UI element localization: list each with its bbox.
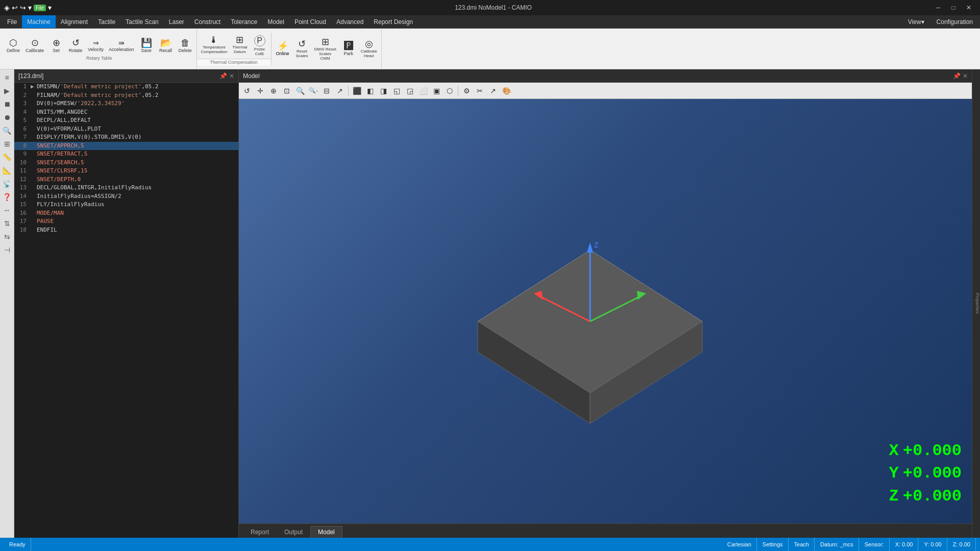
reset-scales-button[interactable]: ↺ ResetScales: [293, 38, 311, 60]
sidebar-stop-icon[interactable]: ⏹: [1, 98, 13, 110]
online-button[interactable]: ⚡ Online: [274, 40, 292, 58]
rotate-button[interactable]: ↺ Rotate: [66, 37, 85, 55]
define-button[interactable]: ⬡ Define: [4, 37, 22, 55]
x-coordinate-row: X +0.000: [889, 440, 962, 463]
rotate-view-button[interactable]: ↗: [334, 85, 346, 97]
view-back-button[interactable]: ◨: [377, 85, 389, 97]
sidebar-expand-icon[interactable]: ↔: [1, 204, 13, 216]
menu-tactile-scan[interactable]: Tactile Scan: [120, 15, 164, 28]
sidebar-run-icon[interactable]: ▶: [1, 85, 13, 97]
tab-report[interactable]: Report: [243, 526, 277, 538]
menu-model[interactable]: Model: [262, 15, 289, 28]
temperature-compensation-button[interactable]: 🌡 TemperatureCompensation: [199, 34, 230, 58]
close-button[interactable]: ✕: [962, 2, 976, 13]
thermal-group-label: Thermal Compensation: [197, 59, 271, 65]
tab-output[interactable]: Output: [277, 526, 310, 538]
set-button[interactable]: ⊕ Set: [47, 37, 65, 55]
calibrate-button[interactable]: ⊙ Calibrate: [23, 37, 46, 55]
view-bottom-button[interactable]: ▣: [430, 85, 443, 97]
park-label: Park: [344, 51, 353, 56]
calibrate-head-button[interactable]: ◎ CalibrateHead: [359, 38, 379, 60]
sidebar-measure-icon[interactable]: 📏: [1, 151, 13, 163]
dropdown-icon[interactable]: ▾: [28, 4, 32, 12]
delete-button[interactable]: 🗑 Delete: [176, 37, 194, 55]
view-top-button[interactable]: ⬜: [417, 85, 429, 97]
save-button[interactable]: 💾 Save: [137, 37, 156, 55]
menu-report-design[interactable]: Report Design: [369, 15, 418, 28]
temperature-label: TemperatureCompensation: [201, 45, 228, 54]
view-right-button[interactable]: ◲: [404, 85, 416, 97]
menu-point-cloud[interactable]: Point Cloud: [289, 15, 331, 28]
status-teach[interactable]: Teach: [789, 538, 815, 551]
sidebar-record-icon[interactable]: ⏺: [1, 111, 13, 123]
color-map-button[interactable]: 🎨: [500, 85, 512, 97]
menu-tolerance[interactable]: Tolerance: [226, 15, 262, 28]
pin-icon[interactable]: 📌: [219, 72, 227, 80]
tab-model[interactable]: Model: [310, 526, 342, 538]
sidebar-search-icon[interactable]: 🔍: [1, 124, 13, 137]
probe-tool-button[interactable]: ↗: [487, 85, 499, 97]
model-pin-icon[interactable]: 📌: [953, 72, 961, 80]
menu-view[interactable]: View▾: [903, 17, 929, 27]
recall-button[interactable]: 📂 Recall: [157, 37, 175, 55]
menu-construct[interactable]: Construct: [189, 15, 226, 28]
velocity-button[interactable]: ⇒ Velocity: [86, 38, 106, 54]
sidebar-arrows-icon[interactable]: ⇅: [1, 217, 13, 230]
z-label: Z: [889, 485, 899, 508]
sidebar-grid-icon[interactable]: ⊞: [1, 138, 13, 150]
menu-tactile[interactable]: Tactile: [93, 15, 120, 28]
set-label: Set: [53, 48, 60, 53]
right-sidebar: Properties: [972, 69, 980, 538]
acceleration-icon: ⇛: [118, 39, 125, 46]
zoom-fit-button[interactable]: ⊡: [281, 85, 293, 97]
svg-marker-4: [587, 242, 593, 253]
view-cube-button[interactable]: ⬛: [351, 85, 363, 97]
measure-tool-button[interactable]: ⚙: [460, 85, 473, 97]
status-sensor[interactable]: Sensor:: [860, 538, 890, 551]
status-z-coord: Z: 0.00: [948, 538, 976, 551]
menu-laser[interactable]: Laser: [164, 15, 189, 28]
menu-alignment[interactable]: Alignment: [56, 15, 93, 28]
zoom-area-button[interactable]: ⊟: [321, 85, 333, 97]
view-front-button[interactable]: ◧: [364, 85, 376, 97]
acceleration-button[interactable]: ⇛ Acceleration: [107, 38, 136, 54]
undo-view-button[interactable]: ↺: [241, 85, 253, 97]
menu-advanced[interactable]: Advanced: [331, 15, 369, 28]
status-settings[interactable]: Settings: [757, 538, 789, 551]
sidebar-ruler-icon[interactable]: 📐: [1, 164, 13, 177]
sidebar-end-icon[interactable]: ⊣: [1, 244, 13, 256]
dropdown2-icon[interactable]: ▾: [48, 4, 52, 12]
svg-text:Z: Z: [594, 241, 599, 249]
close-panel-icon[interactable]: ✕: [229, 72, 234, 80]
sidebar-help-icon[interactable]: ❓: [1, 191, 13, 203]
sidebar-menu-icon[interactable]: ≡: [1, 71, 13, 84]
target-button[interactable]: ⊕: [267, 85, 280, 97]
minimize-button[interactable]: ─: [931, 2, 945, 13]
view-left-button[interactable]: ◱: [390, 85, 403, 97]
view-iso-button[interactable]: ⬡: [444, 85, 456, 97]
status-cartesian[interactable]: Cartesian: [722, 538, 757, 551]
sidebar-adjust-icon[interactable]: ⇆: [1, 231, 13, 243]
thermal-datum-button[interactable]: ⊞ ThermalDatum: [230, 34, 249, 58]
zoom-out-button[interactable]: 🔍-: [307, 85, 320, 97]
menu-configuration[interactable]: Configuration: [932, 17, 978, 27]
probe-cofe-label: ProbeCofE: [254, 47, 265, 56]
probe-cofe-button[interactable]: P ProbeCofE: [251, 34, 269, 58]
code-line-5: 5 DECPL/ALL,DEFALT: [14, 116, 238, 125]
code-line-6: 6 V(0)=VFORM/ALL,PLOT: [14, 125, 238, 134]
zoom-in-button[interactable]: 🔍: [294, 85, 306, 97]
maximize-button[interactable]: □: [946, 2, 961, 13]
park-button[interactable]: 🅿 Park: [339, 40, 358, 58]
model-close-icon[interactable]: ✕: [963, 72, 968, 80]
section-tool-button[interactable]: ✂: [474, 85, 486, 97]
model-canvas[interactable]: Z X +0.000 Y +0.000 Z: [239, 99, 972, 523]
cursor-button[interactable]: ✛: [254, 85, 266, 97]
menu-machine[interactable]: Machine: [22, 15, 55, 28]
rotate-icon: ↺: [72, 38, 80, 47]
code-line-13: 13 DECL/GLOBAL,INTGR,InitialFlyRadius: [14, 184, 238, 192]
status-datum[interactable]: Datum: _mcs: [815, 538, 859, 551]
sidebar-probe-icon[interactable]: 📡: [1, 178, 13, 190]
code-content[interactable]: 1 ▶ DMISMN/'Default metric project',05.2…: [14, 83, 238, 538]
menu-file[interactable]: File: [2, 15, 22, 28]
dmis-reset-scales-button[interactable]: ⊞ DMIS ResetScalesCMM: [312, 36, 338, 62]
